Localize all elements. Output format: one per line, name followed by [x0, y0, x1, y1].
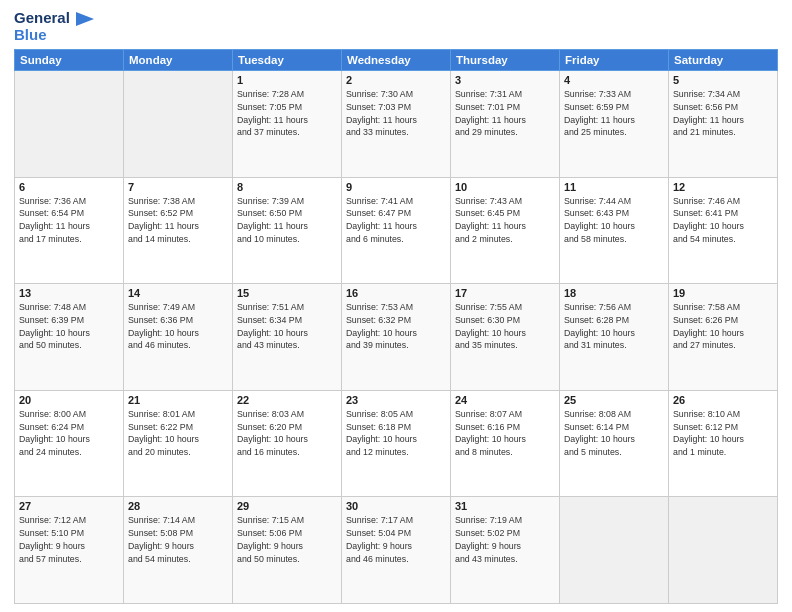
day-number: 23	[346, 394, 446, 406]
day-info: Sunrise: 8:10 AMSunset: 6:12 PMDaylight:…	[673, 408, 773, 459]
page-header: General Blue	[14, 10, 778, 43]
calendar-cell: 31Sunrise: 7:19 AMSunset: 5:02 PMDayligh…	[451, 497, 560, 604]
day-info: Sunrise: 7:14 AMSunset: 5:08 PMDaylight:…	[128, 514, 228, 565]
weekday-header: SundayMondayTuesdayWednesdayThursdayFrid…	[15, 50, 778, 71]
calendar-cell: 25Sunrise: 8:08 AMSunset: 6:14 PMDayligh…	[560, 390, 669, 497]
day-number: 19	[673, 287, 773, 299]
week-row-5: 27Sunrise: 7:12 AMSunset: 5:10 PMDayligh…	[15, 497, 778, 604]
calendar-cell: 7Sunrise: 7:38 AMSunset: 6:52 PMDaylight…	[124, 177, 233, 284]
day-info: Sunrise: 8:03 AMSunset: 6:20 PMDaylight:…	[237, 408, 337, 459]
day-number: 1	[237, 74, 337, 86]
calendar-cell: 8Sunrise: 7:39 AMSunset: 6:50 PMDaylight…	[233, 177, 342, 284]
day-number: 20	[19, 394, 119, 406]
calendar-cell: 15Sunrise: 7:51 AMSunset: 6:34 PMDayligh…	[233, 284, 342, 391]
day-info: Sunrise: 7:43 AMSunset: 6:45 PMDaylight:…	[455, 195, 555, 246]
day-info: Sunrise: 7:49 AMSunset: 6:36 PMDaylight:…	[128, 301, 228, 352]
weekday-saturday: Saturday	[669, 50, 778, 71]
day-info: Sunrise: 7:17 AMSunset: 5:04 PMDaylight:…	[346, 514, 446, 565]
day-number: 2	[346, 74, 446, 86]
day-number: 5	[673, 74, 773, 86]
day-number: 6	[19, 181, 119, 193]
calendar-cell: 29Sunrise: 7:15 AMSunset: 5:06 PMDayligh…	[233, 497, 342, 604]
day-number: 21	[128, 394, 228, 406]
logo: General Blue	[14, 10, 94, 43]
day-number: 31	[455, 500, 555, 512]
day-number: 25	[564, 394, 664, 406]
calendar-cell: 30Sunrise: 7:17 AMSunset: 5:04 PMDayligh…	[342, 497, 451, 604]
week-row-1: 1Sunrise: 7:28 AMSunset: 7:05 PMDaylight…	[15, 71, 778, 178]
calendar-cell	[15, 71, 124, 178]
day-info: Sunrise: 7:41 AMSunset: 6:47 PMDaylight:…	[346, 195, 446, 246]
day-number: 17	[455, 287, 555, 299]
svg-marker-0	[76, 12, 94, 26]
calendar-cell: 18Sunrise: 7:56 AMSunset: 6:28 PMDayligh…	[560, 284, 669, 391]
day-info: Sunrise: 7:34 AMSunset: 6:56 PMDaylight:…	[673, 88, 773, 139]
day-number: 15	[237, 287, 337, 299]
day-number: 10	[455, 181, 555, 193]
day-info: Sunrise: 7:30 AMSunset: 7:03 PMDaylight:…	[346, 88, 446, 139]
calendar-cell: 11Sunrise: 7:44 AMSunset: 6:43 PMDayligh…	[560, 177, 669, 284]
weekday-thursday: Thursday	[451, 50, 560, 71]
day-number: 4	[564, 74, 664, 86]
day-number: 7	[128, 181, 228, 193]
logo-arrow-icon	[76, 12, 94, 26]
calendar-cell: 22Sunrise: 8:03 AMSunset: 6:20 PMDayligh…	[233, 390, 342, 497]
calendar-table: SundayMondayTuesdayWednesdayThursdayFrid…	[14, 49, 778, 604]
day-number: 3	[455, 74, 555, 86]
calendar-cell: 10Sunrise: 7:43 AMSunset: 6:45 PMDayligh…	[451, 177, 560, 284]
day-number: 28	[128, 500, 228, 512]
day-info: Sunrise: 7:58 AMSunset: 6:26 PMDaylight:…	[673, 301, 773, 352]
calendar-cell: 5Sunrise: 7:34 AMSunset: 6:56 PMDaylight…	[669, 71, 778, 178]
day-number: 13	[19, 287, 119, 299]
day-info: Sunrise: 7:46 AMSunset: 6:41 PMDaylight:…	[673, 195, 773, 246]
week-row-2: 6Sunrise: 7:36 AMSunset: 6:54 PMDaylight…	[15, 177, 778, 284]
calendar-cell: 17Sunrise: 7:55 AMSunset: 6:30 PMDayligh…	[451, 284, 560, 391]
day-number: 9	[346, 181, 446, 193]
calendar-cell: 28Sunrise: 7:14 AMSunset: 5:08 PMDayligh…	[124, 497, 233, 604]
day-number: 18	[564, 287, 664, 299]
day-info: Sunrise: 8:07 AMSunset: 6:16 PMDaylight:…	[455, 408, 555, 459]
calendar-cell: 24Sunrise: 8:07 AMSunset: 6:16 PMDayligh…	[451, 390, 560, 497]
day-info: Sunrise: 7:53 AMSunset: 6:32 PMDaylight:…	[346, 301, 446, 352]
calendar-cell: 23Sunrise: 8:05 AMSunset: 6:18 PMDayligh…	[342, 390, 451, 497]
weekday-wednesday: Wednesday	[342, 50, 451, 71]
day-number: 22	[237, 394, 337, 406]
weekday-sunday: Sunday	[15, 50, 124, 71]
day-info: Sunrise: 7:19 AMSunset: 5:02 PMDaylight:…	[455, 514, 555, 565]
calendar-cell: 13Sunrise: 7:48 AMSunset: 6:39 PMDayligh…	[15, 284, 124, 391]
weekday-monday: Monday	[124, 50, 233, 71]
calendar-cell: 4Sunrise: 7:33 AMSunset: 6:59 PMDaylight…	[560, 71, 669, 178]
calendar-cell	[560, 497, 669, 604]
day-number: 14	[128, 287, 228, 299]
calendar-cell: 26Sunrise: 8:10 AMSunset: 6:12 PMDayligh…	[669, 390, 778, 497]
day-info: Sunrise: 8:00 AMSunset: 6:24 PMDaylight:…	[19, 408, 119, 459]
day-info: Sunrise: 7:38 AMSunset: 6:52 PMDaylight:…	[128, 195, 228, 246]
calendar-cell: 19Sunrise: 7:58 AMSunset: 6:26 PMDayligh…	[669, 284, 778, 391]
calendar-cell: 16Sunrise: 7:53 AMSunset: 6:32 PMDayligh…	[342, 284, 451, 391]
calendar-cell: 20Sunrise: 8:00 AMSunset: 6:24 PMDayligh…	[15, 390, 124, 497]
day-info: Sunrise: 7:15 AMSunset: 5:06 PMDaylight:…	[237, 514, 337, 565]
day-info: Sunrise: 7:48 AMSunset: 6:39 PMDaylight:…	[19, 301, 119, 352]
day-info: Sunrise: 7:28 AMSunset: 7:05 PMDaylight:…	[237, 88, 337, 139]
day-number: 26	[673, 394, 773, 406]
calendar-cell: 21Sunrise: 8:01 AMSunset: 6:22 PMDayligh…	[124, 390, 233, 497]
day-info: Sunrise: 7:39 AMSunset: 6:50 PMDaylight:…	[237, 195, 337, 246]
calendar-cell: 14Sunrise: 7:49 AMSunset: 6:36 PMDayligh…	[124, 284, 233, 391]
day-info: Sunrise: 7:56 AMSunset: 6:28 PMDaylight:…	[564, 301, 664, 352]
calendar-cell: 12Sunrise: 7:46 AMSunset: 6:41 PMDayligh…	[669, 177, 778, 284]
day-number: 11	[564, 181, 664, 193]
day-info: Sunrise: 7:36 AMSunset: 6:54 PMDaylight:…	[19, 195, 119, 246]
day-info: Sunrise: 7:55 AMSunset: 6:30 PMDaylight:…	[455, 301, 555, 352]
day-info: Sunrise: 7:44 AMSunset: 6:43 PMDaylight:…	[564, 195, 664, 246]
day-info: Sunrise: 8:08 AMSunset: 6:14 PMDaylight:…	[564, 408, 664, 459]
calendar-cell: 9Sunrise: 7:41 AMSunset: 6:47 PMDaylight…	[342, 177, 451, 284]
day-number: 29	[237, 500, 337, 512]
calendar-cell	[669, 497, 778, 604]
day-number: 24	[455, 394, 555, 406]
calendar-cell: 2Sunrise: 7:30 AMSunset: 7:03 PMDaylight…	[342, 71, 451, 178]
calendar-cell: 27Sunrise: 7:12 AMSunset: 5:10 PMDayligh…	[15, 497, 124, 604]
calendar-cell: 6Sunrise: 7:36 AMSunset: 6:54 PMDaylight…	[15, 177, 124, 284]
day-info: Sunrise: 7:51 AMSunset: 6:34 PMDaylight:…	[237, 301, 337, 352]
day-info: Sunrise: 7:12 AMSunset: 5:10 PMDaylight:…	[19, 514, 119, 565]
calendar-cell: 1Sunrise: 7:28 AMSunset: 7:05 PMDaylight…	[233, 71, 342, 178]
